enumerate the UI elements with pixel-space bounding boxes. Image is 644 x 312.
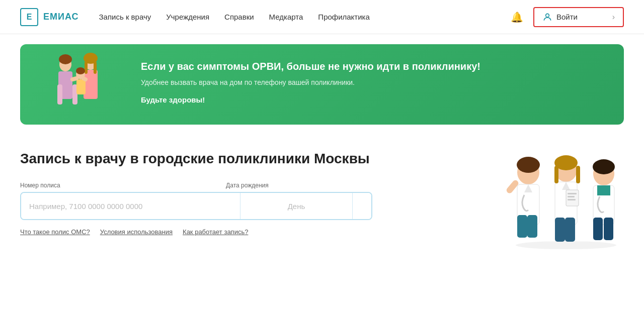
- svg-rect-20: [527, 215, 537, 238]
- banner-illustration: [35, 49, 136, 125]
- svg-rect-7: [84, 70, 98, 99]
- page-title: Запись к врачу в городские поликлиники М…: [20, 150, 372, 168]
- banner-section: Если у вас симптомы ОРВИ, больше не нужн…: [20, 44, 624, 125]
- birth-month-input[interactable]: [353, 193, 372, 219]
- nav-item-institutions[interactable]: Учреждения: [166, 13, 209, 21]
- banner-subtitle: Удобнее вызвать врача на дом по телефону…: [141, 78, 604, 86]
- svg-rect-32: [568, 199, 576, 200]
- svg-line-15: [84, 78, 86, 79]
- svg-rect-10: [94, 61, 97, 74]
- svg-rect-35: [593, 218, 603, 240]
- svg-rect-30: [568, 193, 577, 194]
- form-links: Что такое полис ОМС? Условия использован…: [20, 228, 372, 236]
- birth-day-input[interactable]: [240, 193, 353, 219]
- banner-title: Если у вас симптомы ОРВИ, больше не нужн…: [141, 59, 604, 73]
- header-right: 🔔 Войти ›: [511, 7, 624, 27]
- svg-rect-31: [568, 196, 575, 197]
- logo-link[interactable]: Е ЕМИАС: [20, 8, 79, 26]
- svg-point-37: [593, 159, 615, 174]
- nav-item-prevention[interactable]: Профилактика: [318, 13, 370, 21]
- nav-item-certificates[interactable]: Справки: [224, 13, 254, 21]
- svg-point-0: [546, 14, 549, 17]
- svg-rect-3: [57, 84, 62, 105]
- form-section: Запись к врачу в городские поликлиники М…: [20, 150, 372, 236]
- svg-rect-12: [76, 79, 86, 94]
- svg-rect-38: [597, 185, 610, 195]
- banner-cta: Будьте здоровы!: [141, 95, 604, 104]
- oms-info-link[interactable]: Что такое полис ОМС?: [20, 228, 90, 236]
- notification-bell-icon[interactable]: 🔔: [511, 11, 523, 23]
- nav-item-doctor[interactable]: Запись к врачу: [99, 13, 151, 21]
- svg-rect-27: [554, 166, 558, 183]
- form-labels: Номер полиса Дата рождения: [20, 182, 372, 189]
- svg-point-39: [516, 241, 616, 249]
- svg-rect-28: [576, 166, 580, 183]
- svg-rect-25: [565, 218, 575, 242]
- logo-text: ЕМИАС: [43, 12, 79, 22]
- svg-point-5: [59, 54, 72, 64]
- svg-line-14: [72, 78, 76, 79]
- svg-rect-19: [517, 215, 527, 238]
- nav-item-medcard[interactable]: Медкарта: [269, 13, 303, 21]
- svg-point-13: [76, 67, 85, 74]
- svg-point-21: [517, 157, 540, 173]
- main-nav: Запись к врачу Учреждения Справки Медкар…: [99, 13, 511, 21]
- svg-rect-9: [85, 61, 88, 74]
- login-arrow-icon: ›: [612, 13, 615, 22]
- header: Е ЕМИАС Запись к врачу Учреждения Справк…: [0, 0, 644, 34]
- login-label: Войти: [556, 13, 578, 21]
- user-icon: [542, 12, 552, 22]
- birth-label: Дата рождения: [226, 182, 372, 189]
- main-content: Запись к врачу в городские поликлиники М…: [0, 135, 644, 256]
- svg-rect-24: [555, 218, 565, 242]
- login-btn-inner: Войти: [542, 12, 578, 22]
- terms-link[interactable]: Условия использования: [100, 228, 173, 236]
- svg-rect-36: [604, 218, 613, 240]
- policy-input[interactable]: [21, 193, 240, 219]
- policy-label: Номер полиса: [20, 182, 226, 189]
- how-it-works-link[interactable]: Как работает запись?: [183, 228, 248, 236]
- appointment-form: Записаться: [20, 192, 372, 220]
- logo-box: Е: [20, 8, 38, 26]
- svg-rect-29: [566, 190, 579, 206]
- login-button[interactable]: Войти ›: [533, 7, 624, 27]
- banner-content: Если у вас симптомы ОРВИ, больше не нужн…: [141, 59, 604, 104]
- doctors-illustration: [488, 140, 629, 256]
